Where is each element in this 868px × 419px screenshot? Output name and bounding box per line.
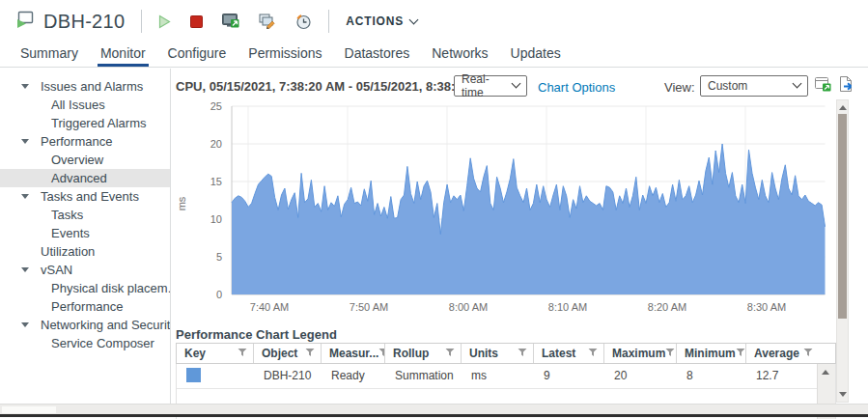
window-bottom-edge bbox=[0, 414, 868, 417]
tab-permissions[interactable]: Permissions bbox=[247, 42, 322, 67]
column-header-object[interactable]: Object bbox=[254, 344, 322, 363]
chart-title: CPU, 05/15/2021, 7:38:20 AM - 05/15/2021… bbox=[176, 79, 491, 94]
collapse-triangle-icon[interactable] bbox=[21, 267, 29, 272]
export-chart-icon[interactable] bbox=[838, 76, 854, 92]
filter-icon[interactable] bbox=[305, 347, 315, 360]
sidebar-item-utilization[interactable]: Utilization bbox=[0, 242, 170, 261]
column-header-average[interactable]: Average bbox=[746, 344, 819, 363]
power-on-icon[interactable] bbox=[158, 14, 171, 29]
filter-icon[interactable] bbox=[378, 347, 385, 360]
actions-menu-button[interactable]: ACTIONS bbox=[346, 14, 417, 28]
sidebar-item-all-issues[interactable]: All Issues bbox=[0, 96, 170, 114]
tab-updates[interactable]: Updates bbox=[510, 42, 562, 67]
sidebar-item-label: vSAN bbox=[41, 263, 72, 277]
tab-summary[interactable]: Summary bbox=[19, 42, 79, 67]
scroll-up-icon[interactable] bbox=[839, 105, 847, 110]
power-off-icon[interactable] bbox=[190, 15, 203, 28]
sidebar-item-label: Events bbox=[51, 226, 90, 240]
performance-chart[interactable]: 05101520257:40 AM7:50 AM8:00 AM8:10 AM8:… bbox=[172, 99, 828, 329]
sidebar-item-performance[interactable]: Performance bbox=[0, 297, 170, 316]
chevron-down-icon bbox=[793, 79, 802, 89]
column-label: Key bbox=[184, 347, 206, 360]
sidebar-item-performance[interactable]: Performance bbox=[0, 132, 170, 151]
sidebar-item-triggered-alarms[interactable]: Triggered Alarms bbox=[0, 114, 170, 132]
sidebar-item-vsan[interactable]: vSAN bbox=[0, 261, 170, 279]
svg-text:ms: ms bbox=[176, 196, 187, 210]
filter-icon[interactable] bbox=[588, 347, 598, 360]
vm-action-toolbar bbox=[158, 14, 312, 30]
filter-icon[interactable] bbox=[736, 347, 745, 360]
collapse-triangle-icon[interactable] bbox=[21, 139, 29, 144]
legend-cell: Summation bbox=[385, 364, 462, 388]
collapse-triangle-icon[interactable] bbox=[21, 84, 29, 89]
sidebar-item-label: Performance bbox=[41, 134, 112, 149]
scrollbar-thumb[interactable] bbox=[2, 406, 56, 413]
sidebar-item-issues-and-alarms[interactable]: Issues and Alarms bbox=[0, 77, 170, 96]
chart-options-link[interactable]: Chart Options bbox=[538, 80, 615, 95]
filter-icon[interactable] bbox=[803, 347, 813, 360]
scroll-down-icon[interactable] bbox=[839, 392, 847, 397]
tab-configure[interactable]: Configure bbox=[167, 42, 228, 67]
view-select[interactable]: Custom bbox=[700, 75, 808, 97]
column-header-measur[interactable]: Measur... bbox=[322, 344, 385, 363]
view-select-value: Custom bbox=[708, 79, 747, 93]
column-header-minimum[interactable]: Minimum bbox=[677, 344, 746, 363]
divider bbox=[328, 10, 329, 33]
horizontal-scrollbar[interactable] bbox=[0, 404, 868, 414]
sidebar-item-advanced[interactable]: Advanced bbox=[0, 169, 170, 187]
sidebar-item-physical-disk-placem[interactable]: Physical disk placem... bbox=[0, 279, 170, 297]
collapse-triangle-icon[interactable] bbox=[21, 322, 29, 327]
sidebar-item-networking-and-security[interactable]: Networking and Security bbox=[0, 316, 170, 334]
sidebar-item-label: Triggered Alarms bbox=[51, 116, 147, 130]
filter-icon[interactable] bbox=[665, 347, 675, 360]
filter-icon[interactable] bbox=[445, 347, 455, 360]
sidebar-item-label: Performance bbox=[51, 299, 123, 314]
sidebar-item-overview[interactable]: Overview bbox=[0, 151, 170, 169]
filter-icon[interactable] bbox=[518, 347, 527, 360]
svg-text:5: 5 bbox=[216, 251, 222, 263]
main-panel: CPU, 05/15/2021, 7:38:20 AM - 05/15/2021… bbox=[172, 69, 868, 404]
sidebar-item-label: Issues and Alarms bbox=[41, 79, 143, 94]
tab-monitor[interactable]: Monitor bbox=[99, 42, 147, 67]
collapse-triangle-icon[interactable] bbox=[21, 194, 29, 199]
column-header-maximum[interactable]: Maximum bbox=[604, 344, 677, 363]
series-color-swatch bbox=[186, 368, 201, 382]
column-header-latest[interactable]: Latest bbox=[534, 344, 604, 363]
filter-icon[interactable] bbox=[238, 347, 247, 360]
scrollbar-thumb[interactable] bbox=[838, 114, 847, 319]
scroll-up-icon[interactable] bbox=[822, 370, 829, 375]
interval-select-value: Real-time bbox=[462, 72, 507, 99]
sidebar-item-events[interactable]: Events bbox=[0, 224, 170, 242]
column-header-rollup[interactable]: Rollup bbox=[385, 344, 462, 363]
interval-select[interactable]: Real-time bbox=[454, 75, 527, 97]
launch-console-icon[interactable] bbox=[222, 14, 239, 29]
legend-cell: 20 bbox=[604, 364, 677, 388]
svg-text:10: 10 bbox=[210, 213, 222, 225]
tab-networks[interactable]: Networks bbox=[431, 42, 489, 67]
edit-settings-icon[interactable] bbox=[259, 14, 276, 29]
legend-table-row[interactable]: DBH-210ReadySummationms920812.7 bbox=[177, 364, 835, 389]
snapshot-icon[interactable] bbox=[295, 14, 312, 30]
svg-text:7:50 AM: 7:50 AM bbox=[350, 301, 388, 313]
column-label: Units bbox=[469, 347, 498, 360]
legend-cell: 9 bbox=[534, 364, 604, 388]
sidebar-item-tasks-and-events[interactable]: Tasks and Events bbox=[0, 187, 170, 206]
chevron-down-icon bbox=[512, 79, 521, 89]
actions-menu-label: ACTIONS bbox=[346, 14, 404, 28]
tab-bar: SummaryMonitorConfigurePermissionsDatast… bbox=[0, 42, 868, 68]
svg-text:8:20 AM: 8:20 AM bbox=[648, 301, 686, 313]
monitor-sidebar: Issues and AlarmsAll IssuesTriggered Ala… bbox=[0, 69, 171, 404]
tab-datastores[interactable]: Datastores bbox=[344, 42, 411, 67]
sidebar-item-service-composer[interactable]: Service Composer bbox=[0, 334, 170, 352]
column-header-units[interactable]: Units bbox=[462, 344, 534, 363]
sidebar-item-label: Overview bbox=[51, 153, 103, 167]
sidebar-item-tasks[interactable]: Tasks bbox=[0, 206, 170, 224]
sidebar-item-label: All Issues bbox=[51, 98, 105, 112]
svg-text:20: 20 bbox=[210, 138, 222, 150]
column-header-key[interactable]: Key bbox=[177, 344, 254, 363]
titlebar: DBH-210 bbox=[0, 0, 868, 42]
vertical-scrollbar[interactable] bbox=[836, 99, 849, 403]
svg-text:8:30 AM: 8:30 AM bbox=[747, 301, 786, 313]
open-chart-in-new-window-icon[interactable] bbox=[815, 76, 831, 92]
svg-text:25: 25 bbox=[210, 100, 222, 112]
